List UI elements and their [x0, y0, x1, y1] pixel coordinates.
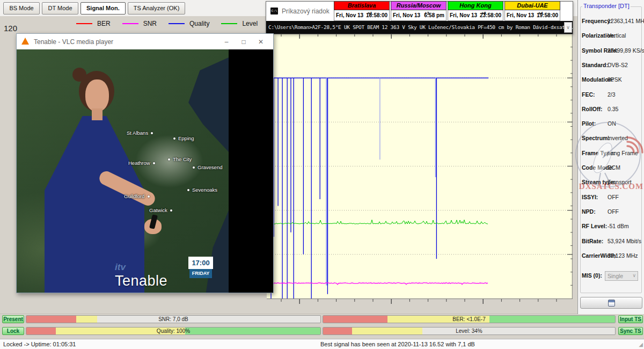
cmd-window-title: Príkazový riadok	[282, 8, 330, 15]
tp-row-label: RF Level:	[582, 223, 607, 229]
tp-row-value: 0.35	[608, 106, 618, 112]
lock-uptime-status: Locked -> Uptime: 01:05:31	[3, 341, 76, 347]
map-city-dot	[187, 189, 189, 191]
map-city-dot	[151, 132, 153, 134]
clock-city-name: Hong Kong	[448, 1, 503, 10]
map-label-guildford: Guildford	[124, 193, 150, 199]
map-city-dot	[170, 209, 172, 212]
clock-city-name: Bratislava	[334, 1, 390, 10]
minimize-button[interactable]: –	[222, 37, 231, 47]
clock-date: Fri, Nov 13	[336, 12, 363, 18]
maximize-button[interactable]: □	[239, 37, 248, 47]
console-command-line: C:\Users\Roman>A2F-28,5°E UK SPOT BEAM 1…	[268, 21, 573, 34]
map-city-dot	[173, 137, 175, 140]
clock-time: 19:58:00	[537, 12, 558, 18]
vlc-window-title: Tenable - VLC media player	[34, 38, 113, 46]
legend-dash-snr	[122, 23, 138, 24]
transponder-rows: Frequency:12363,141 MHzPolarization:Vert…	[578, 0, 644, 301]
map-city-name: Sevenoaks	[192, 187, 217, 193]
tab-bs-mode[interactable]: BS Mode	[3, 2, 40, 14]
tp-row-code-mode: Code Mode:CCM	[578, 164, 644, 172]
mis-row: MIS (0): Single ∨	[578, 271, 644, 282]
clock-datetime: Fri, Nov 13+116:58:00	[334, 10, 390, 21]
clock-city-name: Russia/Moscow	[391, 1, 447, 10]
map-city-name: Heathrow	[128, 160, 150, 166]
presenter-face	[85, 79, 109, 112]
tp-row-label: Pilot:	[582, 120, 596, 127]
tp-row-modulation: Modulation:8PSK	[578, 76, 644, 84]
legend-item-quality: Quality	[169, 20, 209, 27]
divider	[0, 314, 644, 314]
present-indicator-button[interactable]: Present	[2, 315, 24, 323]
legend-label: SNR	[143, 20, 157, 27]
mis-select[interactable]: Single ∨	[605, 271, 638, 281]
map-city-dot	[148, 195, 150, 198]
tp-row-value: OFF	[608, 208, 619, 215]
sync-ts-indicator-button[interactable]: Sync TS	[618, 327, 643, 335]
tp-row-carrierwidth: CarrierWidth:37,123 MHz	[578, 252, 644, 260]
legend-dash-level	[221, 23, 237, 24]
clock-time: 16:58:00	[366, 12, 387, 18]
map-city-name: The City	[173, 156, 192, 162]
bar-value-label: SNR: 7,0 dB	[26, 316, 320, 323]
tp-row-frequency: Frequency:12363,141 MHz	[578, 18, 644, 25]
map-label-epping: Epping	[173, 135, 194, 141]
tp-row-value: DVB-S2	[608, 62, 628, 68]
tp-row-label: NPD:	[582, 208, 596, 215]
cmd-icon: C:\	[270, 8, 278, 14]
tp-row-value: 27499,89 KS/s	[608, 47, 644, 54]
map-city-dot	[168, 158, 170, 161]
tp-row-value: 37,123 MHz	[608, 252, 638, 259]
chart-legend: BERSNRQualityLevel	[76, 20, 269, 27]
tp-row-value: OFF	[608, 194, 619, 200]
clock-datetime: Fri, Nov 13+823:58:00	[448, 10, 503, 21]
tab-dt-mode[interactable]: DT Mode	[42, 2, 78, 14]
tp-row-rf-level: RF Level:-51 dBm	[578, 223, 644, 230]
presenter-torso	[45, 116, 144, 293]
tp-row-label: ISSYI:	[582, 194, 598, 200]
close-button[interactable]: ✕	[256, 37, 266, 47]
tab-ts-analyzer-ok[interactable]: TS Analyzer (OK)	[128, 2, 186, 14]
tp-row-bitrate: BitRate:53,924 Mbit/s	[578, 238, 644, 245]
tp-row-label: BitRate:	[582, 238, 603, 244]
transponder-panel: Transponder [DT] Frequency:12363,141 MHz…	[577, 0, 644, 314]
best-signal-status: Best signal has been seen at 2020-11-13 …	[320, 341, 475, 347]
broadcast-day: FRIDAY	[189, 269, 212, 278]
console-output[interactable]: C:\Users\Roman>A2F-28,5°E UK SPOT BEAM 1…	[266, 21, 573, 34]
signal-monitor-app: BS ModeDT ModeSignal Mon.TS Analyzer (OK…	[0, 0, 644, 349]
record-device-icon	[608, 300, 615, 307]
tp-row-value: 8PSK	[608, 76, 622, 83]
clock-hong-kong: Hong KongFri, Nov 13+823:58:00	[448, 1, 503, 21]
ts-record-button[interactable]	[580, 297, 642, 309]
clock-russia-moscow: Russia/MoscowFri, Nov 13+36:58 pm	[391, 1, 447, 21]
map-city-dot	[193, 166, 195, 169]
tp-row-value: 2/3	[608, 91, 616, 98]
clock-datetime: Fri, Nov 13+419:58:00	[504, 10, 560, 21]
lock-indicator-button[interactable]: Lock	[2, 327, 24, 335]
input-ts-indicator-button[interactable]: Input TS	[618, 315, 643, 323]
clock-date: Fri, Nov 13	[393, 12, 420, 18]
video-area[interactable]: 17:00 FRIDAY itv Tenable St AlbansEpping…	[17, 49, 273, 293]
vlc-titlebar[interactable]: Tenable - VLC media player – □ ✕	[17, 34, 273, 49]
tp-row-value: 12363,141 MHz	[608, 18, 644, 24]
tp-row-npd: NPD:OFF	[578, 208, 644, 216]
transponder-panel-title: Transponder [DT]	[582, 3, 631, 9]
tp-row-value: Vertical	[608, 32, 626, 39]
itv-watermark: itv	[115, 262, 126, 273]
map-city-dot	[153, 162, 155, 164]
console-scroll-down-button[interactable]: ∨	[564, 22, 572, 33]
tab-signal-mon[interactable]: Signal Mon.	[80, 2, 126, 14]
clock-city-name: Dubai-UAE	[504, 1, 560, 10]
signal-chart	[267, 34, 573, 305]
map-city-name: St Albans	[127, 130, 148, 136]
bar-value-label: Level: 34%	[323, 328, 615, 335]
resize-grip[interactable]: ◢	[639, 341, 643, 347]
mis-label: MIS (0):	[582, 272, 602, 279]
clock-date: Fri, Nov 13	[450, 12, 477, 18]
legend-label: Quality	[189, 20, 209, 27]
legend-label: BER	[97, 20, 111, 27]
clock-dubai-uae: Dubai-UAEFri, Nov 13+419:58:00	[504, 1, 560, 21]
legend-item-ber: BER	[76, 20, 111, 27]
thames-estuary-water	[171, 57, 229, 165]
tp-row-stream-type: Stream type:Transport	[578, 179, 644, 186]
